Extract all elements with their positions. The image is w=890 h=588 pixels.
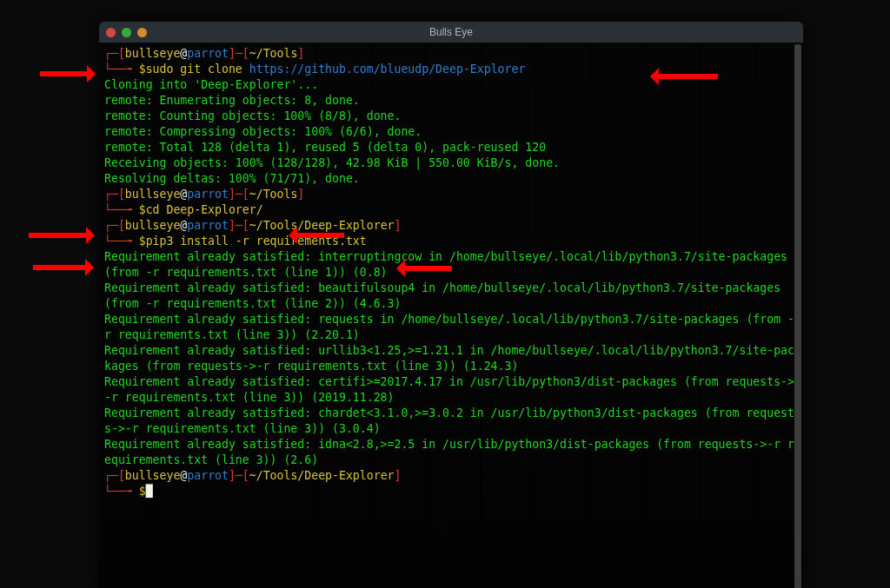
arrow-right-icon (33, 265, 90, 270)
prompt-dollar: $ (139, 485, 146, 498)
out-l1: Cloning into 'Deep-Explorer'... (104, 78, 318, 91)
prompt-bracket: ┌─[ (104, 469, 125, 482)
prompt-bracket: ┌─[ (104, 188, 125, 201)
prompt-sep: ]─[ (229, 47, 249, 60)
scrollbar-thumb[interactable] (794, 44, 801, 588)
prompt-dollar: $ (139, 235, 146, 248)
arrow-right-icon (29, 233, 91, 238)
out-r7: Requirement already satisfied: idna<2.8,… (104, 438, 794, 466)
out-r4: Requirement already satisfied: urllib3<1… (104, 344, 794, 373)
out-l2: remote: Enumerating objects: 8, done. (104, 94, 360, 107)
prompt-end: ] (395, 469, 402, 482)
prompt-end: ] (395, 219, 402, 232)
cmd-2: cd Deep-Explorer/ (146, 203, 263, 216)
prompt-corner: └──╼ (104, 485, 139, 498)
prompt-bracket: ┌─[ (104, 219, 125, 232)
prompt-sep: ]─[ (229, 219, 249, 232)
prompt-end: ] (297, 47, 304, 60)
arrow-right-icon (40, 71, 92, 76)
titlebar[interactable]: Bulls Eye (99, 22, 803, 43)
prompt-path: ~/Tools (249, 47, 298, 60)
arrow-left-icon (400, 266, 452, 271)
prompt-host: parrot (187, 47, 229, 60)
prompt-path: ~/Tools (249, 188, 298, 201)
prompt-dollar: $ (139, 63, 146, 76)
out-r2: Requirement already satisfied: beautiful… (104, 281, 787, 310)
prompt-host: parrot (187, 469, 229, 482)
out-l4: remote: Compressing objects: 100% (6/6),… (104, 125, 422, 138)
prompt-user: bullseye (125, 47, 181, 60)
out-l7: Resolving deltas: 100% (71/71), done. (104, 172, 360, 185)
out-r1: Requirement already satisfied: interrupt… (104, 250, 794, 279)
out-l5: remote: Total 128 (delta 1), reused 5 (d… (104, 141, 546, 154)
prompt-sep: ]─[ (229, 469, 249, 482)
prompt-user: bullseye (125, 469, 181, 482)
prompt-end: ] (297, 188, 304, 201)
out-r6: Requirement already satisfied: chardet<3… (104, 406, 794, 435)
prompt-host: parrot (187, 188, 229, 201)
cmd-1b: https://github.com/blueudp/Deep-Explorer (249, 63, 526, 76)
prompt-path: ~/Tools/Deep-Explorer (249, 469, 395, 482)
out-l3: remote: Counting objects: 100% (8/8), do… (104, 109, 401, 122)
scrollbar[interactable] (794, 44, 801, 588)
prompt-bracket: ┌─[ (104, 47, 125, 60)
prompt-dollar: $ (139, 203, 146, 216)
prompt-host: parrot (187, 219, 229, 232)
cursor-icon: █ (146, 485, 153, 498)
arrow-left-icon (654, 74, 718, 79)
out-r5: Requirement already satisfied: certifi>=… (104, 375, 794, 404)
prompt-user: bullseye (125, 188, 181, 201)
prompt-corner: └──╼ (104, 235, 139, 248)
out-r3: Requirement already satisfied: requests … (104, 313, 794, 341)
cmd-1a: sudo git clone (146, 63, 249, 76)
prompt-user: bullseye (125, 219, 181, 232)
out-l6: Receiving objects: 100% (128/128), 42.98… (104, 156, 560, 169)
prompt-path: ~/Tools/Deep-Explorer (249, 219, 395, 232)
arrow-left-icon (292, 233, 344, 238)
prompt-corner: └──╼ (104, 203, 139, 216)
prompt-corner: └──╼ (104, 63, 139, 76)
prompt-sep: ]─[ (229, 188, 249, 201)
window-title: Bulls Eye (99, 26, 803, 38)
terminal-window: Bulls Eye ┌─[bullseye@parrot]─[~/Tools] … (99, 22, 803, 588)
terminal-body[interactable]: ┌─[bullseye@parrot]─[~/Tools] └──╼ $sudo… (99, 43, 803, 588)
